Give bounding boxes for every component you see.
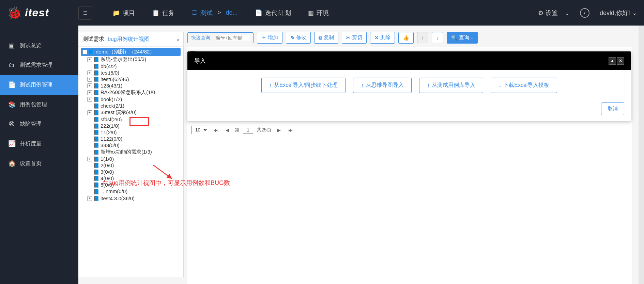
sidebar-item-requirement[interactable]: 🗂 测试需求管理 [0, 56, 78, 75]
arrow-up-button[interactable]: ↑ [417, 32, 429, 43]
add-button[interactable]: ＋增加 [257, 32, 282, 44]
topbar: 🐞 itest ☰ 📁 项目 📋 任务 🖵 测试 > de... 📄 迭代|计划 [0, 0, 644, 26]
tree-node[interactable]: 📘11(2/0) [81, 129, 181, 136]
nav-env[interactable]: ▦ 环境 [308, 9, 329, 17]
calendar-icon: 📄 [255, 9, 262, 17]
tree-node[interactable]: 📘新增xx功能的需求(1/3) [81, 148, 181, 156]
plus-icon[interactable]: + [87, 70, 92, 75]
tree-node[interactable]: +📘itest4.3.0(36/0) [81, 195, 181, 202]
tree-node[interactable]: 📘333(0/0) [81, 142, 181, 148]
sidebar-item-analytics[interactable]: 📈 分析度量 [0, 134, 78, 154]
download-template-button[interactable]: ↓下载Excel导入摸板 [491, 78, 557, 93]
modal-body: ↑从Excel导入/同步线下处理 ↑从思维导图导入 ↑从测试用例库导入 ↓下载E… [187, 70, 631, 99]
plus-icon[interactable]: + [87, 57, 92, 62]
pager-next-icon[interactable]: ▶ [275, 126, 283, 134]
tree-node[interactable]: +📘test(5/0) [81, 69, 181, 76]
plus-icon[interactable]: + [87, 77, 92, 82]
tree-node[interactable]: 📘2(0/0) [81, 162, 181, 169]
sidebar-item-home[interactable]: 🏠 设置首页 [0, 154, 78, 173]
quick-search[interactable]: 快速查询 : [187, 32, 254, 43]
tree-node-label: 33test 演示(4/0) [101, 109, 137, 116]
nav-test-crumb: de... [226, 9, 238, 16]
nav-settings[interactable]: ⚙ 设置 ⌄ [538, 9, 570, 17]
search-label: 快速查询 [191, 35, 210, 41]
pencil-icon: ✎ [290, 35, 295, 41]
book-icon: 📘 [93, 57, 99, 62]
tree-node[interactable]: +📘123(43/1) [81, 82, 181, 89]
tree-node[interactable]: 📘sfdsf(2/0) [81, 116, 181, 123]
home-icon: 🏠 [8, 160, 15, 167]
book-icon: 📘 [93, 130, 99, 135]
arrow-down-button[interactable]: ↓ [432, 32, 443, 43]
sidebar-item-testcase[interactable]: 📄 测试用例管理 [0, 75, 78, 95]
tree-node[interactable]: 📘bb(4/2) [81, 63, 181, 69]
modal-minimize-button[interactable]: ▲ [609, 57, 616, 65]
plus-icon[interactable]: + [87, 110, 92, 115]
tree-node[interactable]: 📘5(0/0) [81, 182, 181, 188]
pager-page-input[interactable] [243, 126, 253, 134]
tree-view-name[interactable]: bug用例统计视图 [108, 36, 150, 43]
cut-button[interactable]: ✂剪切 [342, 32, 367, 44]
sidebar-item-defect[interactable]: 🛠 缺陷管理 [0, 114, 78, 134]
user-menu[interactable]: devld,你好! ⌄ [600, 9, 637, 17]
tree-node[interactable]: +📘33test 演示(4/0) [81, 109, 181, 116]
minus-icon[interactable]: − [82, 50, 87, 54]
package-icon: 📚 [8, 101, 15, 108]
copy-icon: ⧉ [319, 35, 322, 41]
tree-node[interactable]: +📘RA-2600紧急联系人(1/0 [81, 89, 181, 96]
tree-node[interactable]: 📘，nmm(0/0) [81, 188, 181, 195]
import-mindmap-button[interactable]: ↑从思维导图导入 [353, 78, 412, 93]
tree-node[interactable]: 📘1122(0/0) [81, 136, 181, 142]
search-input[interactable] [216, 35, 250, 41]
tree-node-label: book(1/2) [101, 96, 122, 102]
tree-root-node[interactable]: − 📘 demo（别删）（244/82） [81, 48, 181, 56]
book-icon: 📘 [93, 136, 99, 142]
nav-test[interactable]: 🖵 测试 > de... [191, 9, 238, 17]
edit-button[interactable]: ✎修改 [286, 32, 311, 44]
pager-prev-icon[interactable]: ◀ [223, 126, 231, 134]
info-icon[interactable]: i [580, 8, 589, 18]
tree-node-label: itest6(62/46) [101, 76, 129, 82]
nav-project[interactable]: 📁 项目 [112, 9, 135, 17]
plus-icon[interactable]: + [87, 83, 92, 88]
plus-icon[interactable]: + [87, 157, 92, 161]
vertical-scrollbar[interactable] [639, 26, 644, 284]
page-size-select[interactable]: 10 [191, 126, 208, 134]
pager-last-icon[interactable]: ⏭ [287, 126, 295, 134]
plus-icon[interactable]: + [87, 90, 92, 95]
plus-icon[interactable]: + [87, 97, 92, 102]
sidebar-item-package[interactable]: 📚 用例包管理 [0, 95, 78, 114]
tree-node[interactable]: 📘3(0/0) [81, 169, 181, 175]
cancel-button[interactable]: 取消 [601, 102, 624, 115]
tree-node[interactable]: +📘book(1/2) [81, 96, 181, 102]
import-excel-button[interactable]: ↑从Excel导入/同步线下处理 [261, 78, 346, 93]
user-greeting: devld,你好! [600, 9, 630, 17]
nav-task[interactable]: 📋 任务 [152, 9, 174, 17]
tree-node-label: 5(0/0) [101, 182, 114, 188]
tree-node[interactable]: 📘4(0/0) [81, 175, 181, 182]
tree-node[interactable]: +📘系统-登录登出(55/3) [81, 56, 181, 63]
tree-node[interactable]: 📘check(2/1) [81, 102, 181, 109]
tree-node[interactable]: +📘itest6(62/46) [81, 76, 181, 82]
plus-icon[interactable]: + [87, 196, 92, 201]
tree-node-label: 2(0/0) [101, 162, 114, 168]
book-icon: 📘 [93, 97, 99, 102]
dashboard-icon: ▣ [8, 42, 15, 49]
query-button[interactable]: 🔍查询... [447, 32, 478, 44]
collapse-left-icon[interactable]: « [177, 37, 179, 42]
delete-button[interactable]: ✕删除 [370, 32, 395, 44]
hamburger-button[interactable]: ☰ [78, 6, 92, 20]
book-icon: 📘 [93, 90, 99, 95]
nav-iteration[interactable]: 📄 迭代|计划 [255, 9, 291, 17]
logo-bug-icon: 🐞 [7, 6, 22, 20]
search-icon: 🔍 [451, 35, 458, 41]
import-library-button[interactable]: ↑从测试用例库导入 [419, 78, 483, 93]
tree-node[interactable]: +📘1(1/0) [81, 156, 181, 162]
copy-button[interactable]: ⧉复制 [314, 32, 338, 44]
pager-first-icon[interactable]: ⏮ [212, 126, 220, 134]
close-icon: ✕ [619, 58, 623, 63]
thumbs-up-button[interactable]: 👍 [398, 32, 414, 44]
tree-node[interactable]: 📘222(1/0) [81, 123, 181, 129]
modal-close-button[interactable]: ✕ [617, 57, 624, 65]
sidebar-item-overview[interactable]: ▣ 测试总览 [0, 36, 78, 56]
